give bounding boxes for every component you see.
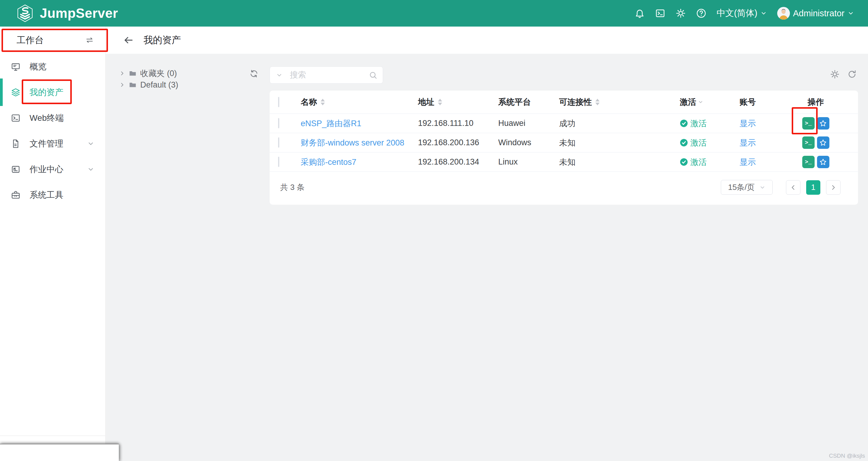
asset-connectivity: 成功 xyxy=(559,119,576,128)
sort-icon[interactable] xyxy=(595,99,599,105)
search-filter-chevron-icon[interactable] xyxy=(276,72,283,79)
asset-connectivity: 未知 xyxy=(559,138,576,147)
select-all-checkbox[interactable] xyxy=(278,97,279,107)
show-account-link[interactable]: 显示 xyxy=(740,119,756,128)
topbar: JumpServer 中文(简体) Administrator xyxy=(0,0,868,27)
show-account-link[interactable]: 显示 xyxy=(740,138,756,147)
user-menu[interactable]: Administrator xyxy=(777,7,854,20)
row-checkbox[interactable] xyxy=(278,137,279,148)
active-status-label: 激活 xyxy=(690,137,707,148)
sort-icon[interactable] xyxy=(320,99,325,105)
sidebar: 工作台 概览 我的资产 Web终端 xyxy=(0,27,105,461)
favorite-star-button[interactable] xyxy=(817,156,829,168)
column-header-address[interactable]: 地址 xyxy=(418,96,498,108)
tree-node-label: Default (3) xyxy=(140,80,178,90)
favorite-star-button[interactable] xyxy=(817,117,829,129)
workspace-label: 工作台 xyxy=(17,34,44,47)
asset-name-link[interactable]: 采购部-centos7 xyxy=(301,157,356,167)
asset-table-card: 名称 地址 系统平台 可连接性 激活 账号 xyxy=(270,91,858,205)
table-refresh-icon[interactable] xyxy=(847,70,857,79)
active-status-badge: 激活 xyxy=(680,118,740,129)
sidebar-item[interactable]: 概览 xyxy=(0,54,105,79)
chevron-down-icon xyxy=(760,184,766,191)
asset-platform: Linux xyxy=(498,157,518,166)
sidebar-item-label: 概览 xyxy=(30,61,46,73)
filter-chevron-icon[interactable] xyxy=(698,99,703,105)
prev-page-button[interactable] xyxy=(786,180,801,195)
tree-node[interactable]: Default (3) xyxy=(119,79,252,91)
column-header-name[interactable]: 名称 xyxy=(301,96,418,108)
sidebar-item-label: 作业中心 xyxy=(30,164,63,175)
watermark: CSDN @iksjls xyxy=(829,453,865,459)
sidebar-item[interactable]: 文件管理 xyxy=(0,131,105,156)
next-page-button[interactable] xyxy=(826,180,841,195)
check-circle-icon xyxy=(680,119,688,127)
page-header: 我的资产 xyxy=(105,27,868,54)
sort-icon[interactable] xyxy=(438,99,442,105)
active-status-label: 激活 xyxy=(690,118,707,129)
chevron-right-icon[interactable] xyxy=(119,82,125,88)
sidebar-item[interactable]: 作业中心 xyxy=(0,156,105,182)
web-terminal-icon[interactable] xyxy=(655,8,665,19)
asset-name-link[interactable]: 财务部-windows server 2008 xyxy=(301,138,404,147)
notification-bell-icon[interactable] xyxy=(634,8,645,19)
sidebar-item-icon xyxy=(11,190,21,200)
row-checkbox[interactable] xyxy=(278,118,279,128)
back-arrow-icon[interactable] xyxy=(123,35,134,46)
asset-connectivity: 未知 xyxy=(559,157,576,167)
content-area: 收藏夹 (0) Default (3) xyxy=(105,54,868,461)
asset-address: 192.168.200.134 xyxy=(418,157,479,166)
row-checkbox[interactable] xyxy=(278,157,279,167)
table-row: 财务部-windows server 2008 192.168.200.136 … xyxy=(270,133,858,152)
brand-name: JumpServer xyxy=(40,6,118,21)
asset-tree: 收藏夹 (0) Default (3) xyxy=(119,68,252,91)
column-header-connectivity[interactable]: 可连接性 xyxy=(559,96,680,108)
username-label: Administrator xyxy=(793,8,844,19)
settings-gear-icon[interactable] xyxy=(676,8,686,19)
chevron-down-icon xyxy=(87,166,94,173)
asset-name-link[interactable]: eNSP_路由器R1 xyxy=(301,119,361,128)
swap-horizontal-icon[interactable] xyxy=(85,36,94,45)
asset-platform: Huawei xyxy=(498,119,525,128)
sidebar-item-icon xyxy=(11,139,21,148)
sidebar-menu: 概览 我的资产 Web终端 xyxy=(0,54,105,208)
connect-terminal-button[interactable]: >_ xyxy=(802,117,815,129)
folder-icon xyxy=(129,69,136,77)
sidebar-item[interactable]: 系统工具 xyxy=(0,182,105,208)
sidebar-divider xyxy=(0,436,105,436)
connect-terminal-button[interactable]: >_ xyxy=(802,156,815,168)
connect-terminal-button[interactable]: >_ xyxy=(802,137,815,149)
jumpserver-logo-icon xyxy=(16,4,34,23)
active-status-badge: 激活 xyxy=(680,157,740,168)
sidebar-item-label: 系统工具 xyxy=(30,189,63,201)
sidebar-item-icon xyxy=(11,113,21,123)
folder-icon xyxy=(129,81,136,89)
total-count-label: 共 3 条 xyxy=(280,182,305,193)
column-header-active[interactable]: 激活 xyxy=(680,96,740,108)
tree-node[interactable]: 收藏夹 (0) xyxy=(119,68,252,79)
search-box xyxy=(270,66,383,84)
current-page-button[interactable]: 1 xyxy=(806,180,820,195)
workspace-switcher[interactable]: 工作台 xyxy=(0,27,105,54)
show-account-link[interactable]: 显示 xyxy=(740,157,756,167)
page-size-select[interactable]: 15条/页 xyxy=(721,180,773,195)
language-selector[interactable]: 中文(简体) xyxy=(717,7,767,19)
tree-refresh-icon[interactable] xyxy=(250,69,258,78)
sidebar-item-label: 我的资产 xyxy=(30,87,63,98)
chevron-right-icon[interactable] xyxy=(119,70,125,76)
sidebar-item[interactable]: Web终端 xyxy=(0,105,105,131)
brand[interactable]: JumpServer xyxy=(0,4,118,23)
table-row: eNSP_路由器R1 192.168.111.10 Huawei 成功 激活 显… xyxy=(270,114,858,133)
help-icon[interactable] xyxy=(696,8,706,19)
search-icon[interactable] xyxy=(369,71,377,79)
sidebar-item-label: 文件管理 xyxy=(30,138,63,149)
sidebar-item[interactable]: 我的资产 xyxy=(0,79,105,105)
table-settings-gear-icon[interactable] xyxy=(830,69,840,79)
search-input[interactable] xyxy=(290,70,369,80)
table-row: 采购部-centos7 192.168.200.134 Linux 未知 激活 … xyxy=(270,152,858,172)
table-footer: 共 3 条 15条/页 1 xyxy=(270,172,858,205)
favorite-star-button[interactable] xyxy=(817,137,829,149)
check-circle-icon xyxy=(680,139,688,147)
sidebar-item-icon xyxy=(11,88,21,97)
sidebar-item-label: Web终端 xyxy=(30,112,64,124)
